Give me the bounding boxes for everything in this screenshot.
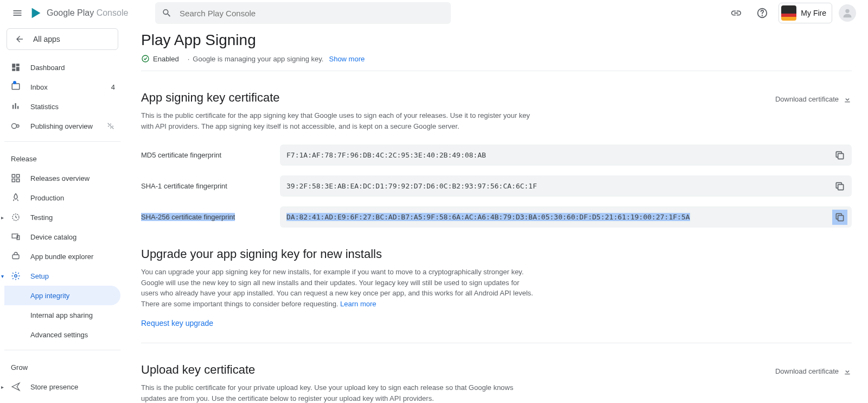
app-selector[interactable]: My Fire [778, 3, 832, 23]
logo[interactable]: Google Play Console [30, 7, 128, 19]
sha1-row: SHA-1 certificate fingerprint 39:2F:58:3… [141, 175, 852, 197]
link-icon [730, 7, 742, 19]
status-desc: Google is managing your app signing key. [184, 55, 324, 63]
svg-rect-7 [17, 174, 20, 177]
sha256-label: SHA-256 certificate fingerprint [141, 206, 280, 221]
nav-statistics[interactable]: Statistics [4, 97, 120, 116]
publish-icon [11, 121, 21, 131]
gear-icon [11, 271, 21, 281]
header-actions: My Fire [726, 3, 861, 23]
app-icon [781, 5, 796, 21]
nav-inbox[interactable]: Inbox 4 [4, 77, 120, 97]
nav-device-catalog[interactable]: Device catalog [4, 227, 120, 247]
download-certificate-button[interactable]: Download certificate [775, 95, 852, 104]
copy-icon [834, 150, 845, 161]
sha256-value: DA:82:41:AD:E9:6F:27:BC:AD:B7:A5:9F:58:6… [280, 206, 852, 228]
svg-rect-9 [17, 179, 20, 182]
upgrade-section: Upgrade your app signing key for new ins… [141, 247, 852, 328]
upload-section: Upload key certificate Download certific… [141, 363, 852, 403]
svg-rect-6 [12, 174, 15, 177]
nav-advanced-settings[interactable]: Advanced settings [4, 325, 120, 344]
person-icon [841, 7, 853, 19]
request-key-upgrade-link[interactable]: Request key upgrade [141, 319, 213, 328]
learn-more-link[interactable]: Learn more [340, 300, 376, 308]
sha1-value: 39:2F:58:3E:AB:EA:DC:D1:79:92:D7:D6:0C:B… [280, 175, 852, 197]
dashboard-icon [11, 62, 21, 72]
copy-md5-button[interactable] [832, 148, 847, 163]
copy-icon [834, 212, 845, 223]
nav-app-bundle[interactable]: App bundle explorer [4, 247, 120, 266]
md5-row: MD5 certificate fingerprint F7:1A:AF:78:… [141, 144, 852, 166]
play-console-icon [30, 7, 42, 19]
header: Google Play Console My Fire [0, 0, 868, 26]
arrow-left-icon [15, 34, 24, 44]
link-button[interactable] [726, 3, 746, 23]
sidebar: All apps Dashboard Inbox 4 Statistics Pu… [0, 26, 125, 403]
nav-dashboard[interactable]: Dashboard [4, 58, 120, 77]
search-icon [162, 8, 172, 18]
svg-rect-16 [838, 153, 844, 159]
nav-store-performance[interactable]: Store performance [4, 396, 120, 403]
svg-point-5 [17, 125, 20, 128]
upload-desc: This is the public certificate for your … [141, 382, 537, 403]
cert-section-title: App signing key certificate [141, 91, 280, 105]
svg-rect-17 [838, 184, 844, 190]
help-button[interactable] [752, 3, 772, 23]
sha256-row: SHA-256 certificate fingerprint DA:82:41… [141, 206, 852, 228]
svg-rect-8 [12, 179, 15, 182]
svg-point-14 [15, 275, 17, 278]
download-icon [843, 95, 852, 104]
nav-testing[interactable]: Testing [4, 207, 120, 227]
statistics-icon [11, 102, 21, 111]
cert-section: App signing key certificate Download cer… [141, 91, 852, 228]
nav-production[interactable]: Production [4, 188, 120, 207]
status-enabled: Enabled [141, 54, 179, 63]
copy-sha1-button[interactable] [832, 179, 847, 194]
app-name: My Fire [801, 9, 826, 17]
upload-title: Upload key certificate [141, 363, 255, 377]
copy-icon [834, 181, 845, 192]
section-grow: Grow [4, 356, 120, 377]
divider [141, 343, 852, 343]
download-icon [843, 367, 852, 376]
all-apps-label: All apps [33, 35, 60, 43]
svg-rect-12 [17, 236, 20, 240]
upgrade-title: Upgrade your app signing key for new ins… [141, 247, 852, 261]
all-apps-button[interactable]: All apps [7, 28, 118, 50]
grid-icon [11, 173, 21, 183]
managed-off-icon [106, 122, 115, 130]
svg-rect-13 [12, 255, 19, 259]
nav-releases-overview[interactable]: Releases overview [4, 168, 120, 188]
svg-point-4 [12, 124, 17, 129]
search-box[interactable] [155, 2, 451, 24]
svg-point-1 [762, 15, 763, 16]
search-input[interactable] [180, 9, 444, 18]
devices-icon [11, 232, 21, 242]
download-upload-certificate-button[interactable]: Download certificate [775, 367, 852, 376]
cert-section-desc: This is the public certificate for the a… [141, 110, 537, 131]
hamburger-icon [12, 8, 23, 18]
nav-setup[interactable]: Setup [4, 266, 120, 286]
help-icon [756, 7, 768, 19]
nav-store-presence[interactable]: Store presence [4, 377, 120, 396]
nav-app-integrity[interactable]: App integrity [4, 286, 120, 305]
logo-text: Google Play Console [47, 8, 128, 18]
show-more-link[interactable]: Show more [329, 55, 365, 63]
menu-button[interactable] [7, 2, 28, 24]
flask-icon [11, 212, 21, 222]
nav-internal-sharing[interactable]: Internal app sharing [4, 305, 120, 325]
svg-point-15 [142, 55, 149, 62]
md5-value: F7:1A:AF:78:7F:96:DB:4C:2C:95:3E:40:2B:4… [280, 144, 852, 166]
md5-label: MD5 certificate fingerprint [141, 144, 280, 159]
nav-publishing[interactable]: Publishing overview [4, 116, 120, 136]
check-circle-icon [141, 54, 150, 63]
avatar[interactable] [839, 4, 856, 22]
main-content: Play App Signing Enabled Google is manag… [125, 26, 868, 403]
svg-rect-3 [12, 84, 20, 90]
rocket-icon [11, 193, 21, 203]
section-release: Release [4, 147, 120, 168]
copy-sha256-button[interactable] [832, 210, 847, 225]
inbox-count: 4 [111, 83, 115, 91]
bundle-icon [11, 251, 21, 261]
svg-rect-18 [838, 215, 844, 221]
